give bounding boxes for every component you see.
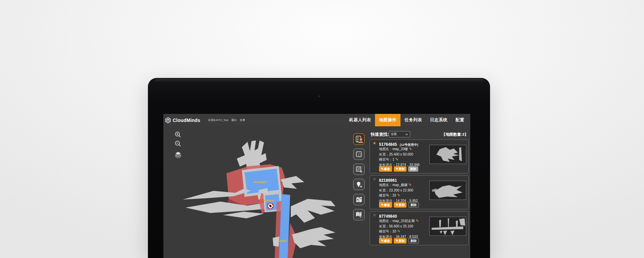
edit-icon[interactable]: ✎ [409,147,412,151]
patrol-point-list-icon [355,135,363,144]
map-origin-value: 34.247，8.533 [396,235,418,239]
edit-icon[interactable]: ✎ [397,229,400,233]
map-card-actions: ✎修改 ✎复制 删除 [379,202,419,208]
tool-upload-map[interactable] [353,209,365,220]
modify-button[interactable]: ✎修改 [379,166,392,172]
map-name-value: map_33楼 [392,147,408,151]
panel-header: 快速查找: 全部 【地图数量:3】 [369,131,469,138]
edit-icon[interactable]: ✎ [395,157,398,161]
star-icon[interactable]: ☆ [373,177,376,181]
delete-button[interactable]: 删除 [408,202,419,208]
map-count-badge: 【地图数量:3】 [442,132,468,137]
star-icon[interactable]: ☆ [373,213,376,217]
user-session: 欢迎BJDT2_Test 退出 全屏 [208,118,245,122]
edit-icon: ✎ [396,203,398,207]
map-id: 82186961 [379,178,397,183]
field-label-origin: 坐标原点： [379,199,396,203]
edit-icon: ✎ [381,203,384,207]
star-icon[interactable]: ★ [373,141,376,145]
filter-selected-value: 全部 [391,132,405,136]
welcome-text: 欢迎BJDT2_Test [208,118,228,122]
map-pointcloud-right-low [292,227,335,248]
field-label-size: 长宽： [379,153,389,156]
field-label-size: 长宽： [379,188,389,192]
map-zoom-tools [175,131,181,158]
delete-button[interactable]: 删除 [408,166,418,172]
map-card: ☆ 87749840 地图名：map_33层走廊✎ 长宽：56.600 x 25… [370,211,469,245]
tab-robot-list[interactable]: 机器人列表 [345,114,375,126]
map-in-use-suffix: (12号使用中) [400,143,418,146]
cloudminds-logo-icon [165,117,171,123]
map-name-value: map_腿腿 [392,183,408,187]
copy-button[interactable]: ✎复制 [394,238,407,244]
copy-button[interactable]: ✎复制 [394,202,407,208]
map-pointcloud-left-3 [223,212,264,218]
copy-button[interactable]: ✎复制 [394,166,407,172]
tool-map-marker[interactable] [353,194,365,205]
map-floor-value: 33 [392,194,396,197]
delete-button[interactable]: 删除 [408,238,419,244]
edit-icon: ✎ [381,167,384,171]
tab-log-system[interactable]: 日志系统 [426,114,451,126]
field-label-origin: 坐标原点： [379,235,396,239]
app-screen: CloudMinds 欢迎BJDT2_Test 退出 全屏 机器人列表 地图操作… [163,114,470,258]
add-virtual-wall-icon [355,165,363,173]
map-list-panel: 快速查找: 全部 【地图数量:3】 ★ 51764845 (12号使用中) [369,126,469,258]
brand-name: CloudMinds [173,118,200,123]
field-label-floor: 楼层号： [379,194,392,197]
area-label-room-main: 40.519m² [253,180,267,184]
logout-link[interactable]: 退出 [231,118,237,122]
map-size-value: 25.400 x 50.000 [389,153,413,156]
layers-button[interactable] [175,152,181,158]
map-card-actions: ✎修改 ✎复制 删除 [379,166,418,172]
modify-button[interactable]: ✎修改 [379,238,392,244]
map-pointcloud-right-mid [291,199,335,223]
filter-select[interactable]: 全部 [389,131,410,137]
edit-icon[interactable]: ✎ [397,193,400,197]
tool-measure-area[interactable] [353,148,365,160]
map-card-fields: 地图名：map_腿腿✎ 长宽：23.200 x 22.900 楼层号：33✎ 坐… [379,182,418,203]
map-thumbnail [429,181,466,200]
map-id: 51764845 [379,142,397,147]
map-origin-value: 12.874，33.946 [396,163,420,167]
map-mini-marker [280,182,282,184]
modify-button[interactable]: ✎修改 [379,202,392,208]
laptop-mockup: CloudMinds 欢迎BJDT2_Test 退出 全屏 机器人列表 地图操作… [148,78,490,258]
robot-position-marker [268,203,273,209]
edit-icon: ✎ [396,167,398,171]
add-poi-icon [355,180,363,188]
map-card-fields: 地图名：map_33楼✎ 长宽：25.400 x 50.000 楼层号：1✎ 坐… [379,146,420,167]
field-label-floor: 楼层号： [379,158,392,161]
field-label-size: 长宽： [379,224,389,228]
edit-icon[interactable]: ✎ [409,183,412,187]
map-size-value: 23.200 x 22.900 [389,188,413,192]
tab-task-list[interactable]: 任务列表 [400,114,426,126]
quick-search-label: 快速查找: [371,132,389,137]
map-with-pin-icon [355,196,363,204]
tool-add-poi[interactable] [353,179,365,190]
zoom-in-button[interactable] [175,131,181,138]
map-canvas[interactable]: 40.519m² 8.614m² [163,126,369,258]
map-id: 87749840 [379,214,397,219]
map-name-value: map_33层走廊 [392,219,415,223]
measure-area-icon [355,150,363,158]
map-floor-value: 1 [392,158,394,161]
map-card-actions: ✎修改 ✎复制 删除 [379,238,419,244]
fullscreen-link[interactable]: 全屏 [240,118,245,122]
map-edit-toolbar [353,133,365,220]
map-block-bottom [273,236,279,247]
tab-config[interactable]: 配置 [451,114,468,126]
zoom-out-button[interactable] [175,140,181,147]
edit-icon[interactable]: ✎ [416,219,419,223]
field-label-name: 地图名： [379,183,392,187]
field-label-name: 地图名： [379,147,392,151]
map-thumbnail [429,145,466,164]
chevron-down-icon [405,133,408,135]
field-label-floor: 楼层号： [379,229,392,233]
map-thumbnail [429,217,466,236]
tool-add-virtual-wall[interactable] [353,164,365,175]
map-card: ★ 51764845 (12号使用中) 地图名：map_33楼✎ 长宽：25.4… [370,139,469,173]
tab-map-operation[interactable]: 地图操作 [375,114,400,126]
tool-patrol-point-list[interactable] [353,133,365,145]
brand: CloudMinds [165,117,200,123]
